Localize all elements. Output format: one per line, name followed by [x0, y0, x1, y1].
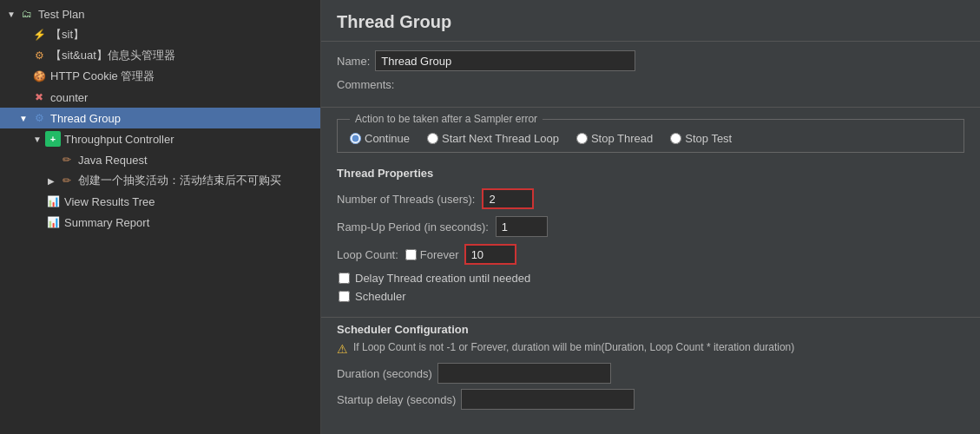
sidebar-item-label: HTTP Cookie 管理器 [50, 69, 155, 84]
comments-label: Comments: [337, 78, 394, 91]
warning-icon: ⚠ [337, 342, 348, 356]
sidebar-item-label: counter [50, 91, 88, 104]
warning-row: ⚠ If Loop Count is not -1 or Forever, du… [337, 341, 964, 356]
sidebar-item-http-cookie[interactable]: 🍪 HTTP Cookie 管理器 [0, 66, 320, 87]
sidebar-item-test-plan[interactable]: ▼ 🗂 Test Plan [0, 3, 320, 24]
sidebar-item-activity[interactable]: ▶ ✏ 创建一个抽奖活动：活动结束后不可购买 [0, 170, 320, 191]
sidebar-item-label: 【sit&uat】信息头管理器 [50, 48, 175, 63]
num-threads-label: Number of Threads (users): [337, 193, 475, 206]
sidebar-item-label: Java Request [78, 154, 148, 167]
sidebar-item-label: Summary Report [64, 216, 149, 229]
forever-checkbox[interactable] [405, 249, 417, 260]
radio-stop-thread-label: Stop Thread [591, 132, 653, 145]
toggle-throughput[interactable]: ▼ [31, 135, 43, 144]
warning-text: If Loop Count is not -1 or Forever, dura… [353, 341, 794, 353]
radio-start-next[interactable]: Start Next Thread Loop [427, 132, 559, 145]
sidebar-item-sit-uat[interactable]: ⚙ 【sit&uat】信息头管理器 [0, 45, 320, 66]
counter-icon: ✖ [31, 89, 47, 105]
sidebar-item-label: Throughput Controller [64, 133, 174, 146]
name-section: Name: Comments: [321, 42, 980, 108]
sidebar-item-label: View Results Tree [64, 195, 155, 208]
cookie-icon: 🍪 [31, 69, 47, 84]
num-threads-row: Number of Threads (users): [337, 188, 964, 209]
radio-start-next-input[interactable] [427, 133, 438, 144]
ramp-up-row: Ramp-Up Period (in seconds): [337, 216, 964, 237]
name-input[interactable] [375, 50, 635, 71]
name-label: Name: [337, 55, 370, 68]
ramp-up-input[interactable] [496, 216, 548, 237]
scheduler-config-section: Scheduler Configuration ⚠ If Loop Count … [321, 317, 980, 420]
duration-input[interactable] [437, 363, 611, 384]
radio-continue-input[interactable] [350, 133, 361, 144]
summary-icon: 📊 [45, 214, 61, 230]
radio-stop-test[interactable]: Stop Test [670, 132, 732, 145]
loop-count-label: Loop Count: [337, 248, 398, 261]
loop-count-row: Loop Count: Forever [337, 244, 964, 265]
radio-stop-thread[interactable]: Stop Thread [576, 132, 653, 145]
scheduler-checkbox[interactable] [339, 291, 350, 302]
main-panel: Thread Group Name: Comments: Action to b… [321, 0, 980, 434]
forever-label: Forever [420, 248, 459, 261]
startup-delay-input[interactable] [461, 389, 635, 410]
delay-creation-checkbox[interactable] [339, 273, 350, 284]
activity-icon: ✏ [59, 173, 75, 188]
radio-stop-test-input[interactable] [670, 133, 681, 144]
sidebar-item-label: 创建一个抽奖活动：活动结束后不可购买 [78, 173, 281, 188]
radio-stop-test-label: Stop Test [685, 132, 732, 145]
thread-properties: Number of Threads (users): Ramp-Up Perio… [321, 185, 980, 317]
sidebar-item-throughput-ctrl[interactable]: ▼ + Throughput Controller [0, 128, 320, 149]
toggle-test-plan[interactable]: ▼ [5, 10, 17, 19]
sidebar-item-sit[interactable]: ⚡ 【sit】 [0, 24, 320, 45]
sidebar-item-counter[interactable]: ✖ counter [0, 87, 320, 108]
radio-continue[interactable]: Continue [350, 132, 410, 145]
radio-stop-thread-input[interactable] [576, 133, 588, 144]
scheduler-config-title: Scheduler Configuration [337, 323, 964, 336]
listener-icon: 📊 [45, 194, 61, 209]
sidebar-item-java-request[interactable]: ✏ Java Request [0, 149, 320, 170]
ramp-up-label: Ramp-Up Period (in seconds): [337, 220, 489, 233]
sidebar-item-thread-group[interactable]: ▼ ⚙ Thread Group [0, 108, 320, 128]
sampler-error-section: Action to be taken after a Sampler error… [337, 113, 964, 153]
config-icon: ⚙ [31, 48, 47, 63]
duration-label: Duration (seconds) [337, 367, 432, 380]
sidebar-item-label: Test Plan [38, 8, 84, 21]
duration-row: Duration (seconds) [337, 363, 964, 384]
test-plan-icon: 🗂 [19, 6, 35, 22]
scheduler-row: Scheduler [337, 290, 964, 303]
scheduler-label: Scheduler [355, 290, 406, 303]
sidebar-item-label: 【sit】 [50, 27, 84, 43]
thread-group-icon: ⚙ [31, 110, 47, 126]
startup-delay-row: Startup delay (seconds) [337, 389, 964, 410]
delay-creation-label: Delay Thread creation until needed [355, 272, 530, 285]
comments-row: Comments: [337, 78, 964, 91]
thread-props-title: Thread Properties [321, 158, 980, 185]
name-row: Name: [337, 50, 964, 71]
num-threads-input[interactable] [482, 188, 534, 209]
controller-icon: + [45, 131, 61, 147]
loop-count-input[interactable] [464, 244, 516, 265]
sidebar-item-summary-report[interactable]: 📊 Summary Report [0, 212, 320, 233]
delay-creation-row: Delay Thread creation until needed [337, 272, 964, 285]
startup-delay-label: Startup delay (seconds) [337, 393, 456, 406]
radio-start-next-label: Start Next Thread Loop [442, 132, 559, 145]
sampler-error-options: Continue Start Next Thread Loop Stop Thr… [350, 132, 951, 145]
sidebar-item-view-results[interactable]: 📊 View Results Tree [0, 191, 320, 212]
sit-icon: ⚡ [31, 27, 47, 43]
sampler-error-legend: Action to be taken after a Sampler error [350, 113, 543, 125]
sampler-icon: ✏ [59, 152, 75, 168]
toggle-activity[interactable]: ▶ [45, 176, 57, 186]
radio-continue-label: Continue [365, 132, 410, 145]
toggle-thread-group[interactable]: ▼ [17, 114, 30, 123]
sidebar: ▼ 🗂 Test Plan ⚡ 【sit】 ⚙ 【sit&uat】信息头管理器 … [0, 0, 321, 434]
sidebar-item-label: Thread Group [50, 112, 121, 125]
panel-title: Thread Group [321, 0, 980, 42]
